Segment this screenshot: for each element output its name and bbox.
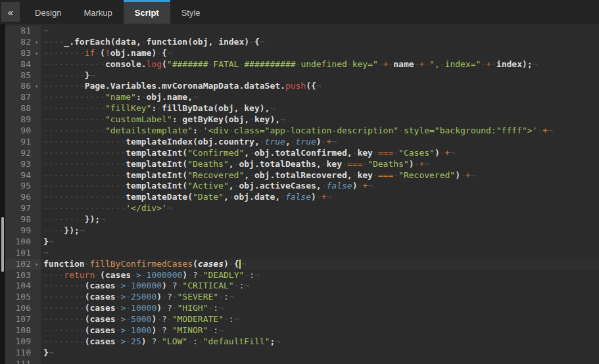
code-line[interactable]: 90············"detailstemplate":·'<div·c… xyxy=(5,125,599,137)
tab-bar: DesignMarkupScriptStyle xyxy=(24,0,212,24)
line-number: 82▾ xyxy=(5,37,41,48)
line-number: 105 xyxy=(5,292,41,303)
code-line[interactable]: 94················templateInt("Recovered… xyxy=(5,170,599,181)
code-line[interactable]: 103····return·(cases·>·1000000)·?·"DEADL… xyxy=(5,270,599,281)
fold-arrow-icon[interactable]: ▾ xyxy=(35,260,38,270)
code-line-content[interactable]: ········(cases·>·25)·?·"LOW"·:·"defaultF… xyxy=(41,336,599,348)
code-line-content[interactable]: }¬ xyxy=(41,237,599,248)
code-line-content[interactable]: ········if·(!obj.name)·{¬ xyxy=(41,48,599,59)
code-line[interactable]: 105········(cases·>·25000)·?·"SEVERE"·:¬ xyxy=(5,292,599,303)
code-line-content[interactable]: ············"name":·obj.name,¬ xyxy=(41,92,599,103)
line-number: 89 xyxy=(5,114,41,125)
line-number: 94 xyxy=(5,170,41,181)
code-line[interactable]: 85········}¬ xyxy=(5,70,599,81)
code-line[interactable]: 92················templateInt("Confirmed… xyxy=(5,148,599,159)
code-line-content[interactable]: ············console.log("#######·FATAL·#… xyxy=(41,59,599,70)
code-line[interactable]: 110}¬ xyxy=(5,348,599,359)
scrollbar-thumb[interactable] xyxy=(1,217,4,272)
line-number: 86▾ xyxy=(5,81,41,92)
code-line-content[interactable]: ¬ xyxy=(41,26,599,37)
code-line[interactable]: 81¬ xyxy=(5,26,599,37)
collapse-panel-icon[interactable]: « xyxy=(1,2,20,22)
code-line-content[interactable]: ········(cases·>·5000)·?·"MODERATE"·:¬ xyxy=(41,314,599,325)
code-line[interactable]: 98········});¬ xyxy=(5,214,599,225)
code-line[interactable]: 106········(cases·>·10000)·?·"HIGH"·:¬ xyxy=(5,303,599,314)
code-line[interactable]: 83▾········if·(!obj.name)·{¬ xyxy=(5,48,599,59)
tab-design[interactable]: Design xyxy=(24,0,72,24)
code-line[interactable]: 109········(cases·>·25)·?·"LOW"·:·"defau… xyxy=(5,336,599,348)
code-line-content[interactable]: ············"detailstemplate":·'<div·cla… xyxy=(41,125,599,137)
code-line[interactable]: 99····});¬ xyxy=(5,225,599,237)
code-line[interactable]: 111 xyxy=(5,359,599,364)
code-line[interactable]: 84············console.log("#######·FATAL… xyxy=(5,59,599,70)
code-line-content[interactable]: }¬ xyxy=(41,348,599,359)
left-scrollbar[interactable] xyxy=(0,24,5,364)
code-line-content[interactable]: ················templateIndex(obj.countr… xyxy=(41,137,599,148)
fold-arrow-icon[interactable]: ▾ xyxy=(35,81,38,92)
code-line-content[interactable]: ············"fillKey":·fillByData(obj,·k… xyxy=(41,103,599,114)
editor-header: « DesignMarkupScriptStyle xyxy=(0,0,599,24)
code-line-content[interactable] xyxy=(41,359,599,364)
code-line-content[interactable]: ········});¬ xyxy=(41,214,599,225)
code-line-content[interactable]: ····_.forEach(data,·function(obj,·index)… xyxy=(41,37,599,48)
tab-style[interactable]: Style xyxy=(170,0,212,24)
line-number: 85 xyxy=(5,70,41,81)
line-number: 102▾ xyxy=(5,259,41,270)
code-line-content[interactable]: ················templateInt("Confirmed",… xyxy=(41,148,599,159)
line-number: 84 xyxy=(5,59,41,70)
line-number: 88 xyxy=(5,103,41,114)
line-number: 95 xyxy=(5,181,41,192)
code-line[interactable]: 82▾····_.forEach(data,·function(obj,·ind… xyxy=(5,37,599,48)
line-number: 100 xyxy=(5,237,41,248)
code-line-content[interactable]: ········(cases·>·10000)·?·"HIGH"·:¬ xyxy=(41,303,599,314)
code-line[interactable]: 107········(cases·>·5000)·?·"MODERATE"·:… xyxy=(5,314,599,325)
tab-script[interactable]: Script xyxy=(124,0,170,24)
code-line[interactable]: 101¬ xyxy=(5,248,599,259)
code-line[interactable]: 96················templateDate("Date",·o… xyxy=(5,192,599,203)
code-line-content[interactable]: ················templateInt("Active",·ob… xyxy=(41,181,599,192)
code-line[interactable]: 87············"name":·obj.name,¬ xyxy=(5,92,599,103)
line-number: 107 xyxy=(5,314,41,325)
code-line-content[interactable]: ················'</div>'¬ xyxy=(41,203,599,214)
code-line[interactable]: 97················'</div>'¬ xyxy=(5,203,599,214)
code-line[interactable]: 88············"fillKey":·fillByData(obj,… xyxy=(5,103,599,114)
code-line[interactable]: 93················templateInt("Deaths",·… xyxy=(5,159,599,170)
script-editor[interactable]: 81¬82▾····_.forEach(data,·function(obj,·… xyxy=(0,24,599,364)
code-line-content[interactable]: ········Page.Variables.mvCoronaMapData.d… xyxy=(41,81,599,92)
fold-arrow-icon[interactable]: ▾ xyxy=(35,49,38,59)
line-number: 111 xyxy=(5,359,41,364)
code-line-content[interactable]: ····return·(cases·>·1000000)·?·"DEADLY"·… xyxy=(41,270,599,281)
code-line[interactable]: 89············"customLabel":·getByKey(ob… xyxy=(5,114,599,125)
line-number: 91 xyxy=(5,137,41,148)
line-number: 83▾ xyxy=(5,48,41,59)
code-line-content[interactable]: ········(cases·>·100000)·?·"CRITICAL"·:¬ xyxy=(41,281,599,292)
code-line-content[interactable]: ¬ xyxy=(41,248,599,259)
line-number: 93 xyxy=(5,159,41,170)
line-number: 109 xyxy=(5,336,41,348)
code-line-content[interactable]: ················templateDate("Date",·obj… xyxy=(41,192,599,203)
line-number: 106 xyxy=(5,303,41,314)
code-line[interactable]: 86▾········Page.Variables.mvCoronaMapDat… xyxy=(5,81,599,92)
code-line[interactable]: 100}¬ xyxy=(5,237,599,248)
code-line-content[interactable]: ················templateInt("Deaths",·ob… xyxy=(41,159,599,170)
code-line[interactable]: 102▾function·fillByConfirmedCases(cases)… xyxy=(5,259,599,270)
code-line-content[interactable]: ············"customLabel":·getByKey(obj,… xyxy=(41,114,599,125)
code-line[interactable]: 95················templateInt("Active",·… xyxy=(5,181,599,192)
line-number: 98 xyxy=(5,214,41,225)
tab-markup[interactable]: Markup xyxy=(72,0,123,24)
code-line-content[interactable]: ········}¬ xyxy=(41,70,599,81)
code-line[interactable]: 104········(cases·>·100000)·?·"CRITICAL"… xyxy=(5,281,599,292)
code-line-content[interactable]: ················templateInt("Recovered",… xyxy=(41,170,599,181)
line-number: 96 xyxy=(5,192,41,203)
fold-arrow-icon[interactable]: ▾ xyxy=(35,37,38,48)
line-number: 81 xyxy=(5,26,41,37)
code-line-content[interactable]: function·fillByConfirmedCases(cases)·{¬ xyxy=(41,259,599,270)
code-line-content[interactable]: ····});¬ xyxy=(41,225,599,237)
code-line[interactable]: 91················templateIndex(obj.coun… xyxy=(5,137,599,148)
code-line[interactable]: 108········(cases·>·1000)·?·"MINOR"·:¬ xyxy=(5,325,599,336)
line-number: 104 xyxy=(5,281,41,292)
code-area[interactable]: 81¬82▾····_.forEach(data,·function(obj,·… xyxy=(5,24,599,364)
code-line-content[interactable]: ········(cases·>·25000)·?·"SEVERE"·:¬ xyxy=(41,292,599,303)
line-number: 90 xyxy=(5,125,41,137)
code-line-content[interactable]: ········(cases·>·1000)·?·"MINOR"·:¬ xyxy=(41,325,599,336)
